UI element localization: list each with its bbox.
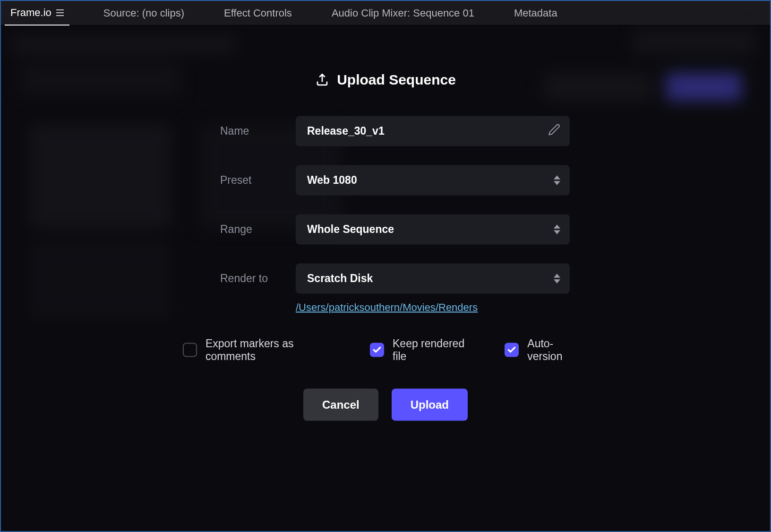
checkbox-box bbox=[183, 343, 197, 357]
checkbox-box bbox=[505, 343, 519, 357]
pencil-icon[interactable] bbox=[548, 123, 560, 138]
name-label: Name bbox=[201, 125, 296, 137]
form-row-name: Name Release_30_v1 bbox=[201, 116, 570, 146]
checkbox-box bbox=[370, 343, 384, 357]
tab-frameio[interactable]: Frame.io bbox=[5, 1, 69, 26]
panel-body: Upload Sequence Name Release_30_v1 Prese… bbox=[1, 26, 770, 531]
cancel-button[interactable]: Cancel bbox=[303, 388, 378, 420]
tab-source[interactable]: Source: (no clips) bbox=[98, 1, 190, 25]
range-value: Whole Sequence bbox=[307, 223, 394, 236]
checkbox-label: Export markers as comments bbox=[206, 337, 346, 362]
checkbox-row: Export markers as comments Keep rendered… bbox=[183, 337, 588, 362]
range-label: Range bbox=[201, 223, 296, 236]
checkbox-label: Auto-version bbox=[527, 337, 588, 362]
export-markers-checkbox[interactable]: Export markers as comments bbox=[183, 337, 346, 362]
stepper-arrows-icon[interactable] bbox=[554, 224, 560, 234]
button-row: Cancel Upload bbox=[303, 388, 468, 420]
name-value: Release_30_v1 bbox=[307, 125, 385, 137]
render-to-label: Render to bbox=[201, 272, 296, 285]
svg-marker-1 bbox=[554, 175, 560, 179]
upload-sequence-modal: Upload Sequence Name Release_30_v1 Prese… bbox=[201, 15, 570, 420]
render-to-select[interactable]: Scratch Disk bbox=[296, 263, 570, 293]
preset-select[interactable]: Web 1080 bbox=[296, 165, 570, 195]
render-to-value: Scratch Disk bbox=[307, 272, 373, 285]
upload-button[interactable]: Upload bbox=[392, 388, 468, 420]
name-input[interactable]: Release_30_v1 bbox=[296, 116, 570, 146]
svg-marker-6 bbox=[554, 279, 560, 283]
svg-marker-4 bbox=[554, 230, 560, 234]
tab-label: Source: (no clips) bbox=[103, 7, 184, 19]
tab-label: Frame.io bbox=[10, 7, 51, 19]
svg-marker-3 bbox=[554, 224, 560, 228]
stepper-arrows-icon[interactable] bbox=[554, 273, 560, 283]
preset-value: Web 1080 bbox=[307, 174, 357, 187]
form-row-render-to: Render to Scratch Disk bbox=[201, 263, 570, 293]
svg-marker-5 bbox=[554, 274, 560, 277]
modal-title: Upload Sequence bbox=[337, 71, 456, 87]
render-path-link[interactable]: /Users/patricksouthern/Movies/Renders bbox=[296, 301, 478, 313]
panel-menu-icon[interactable] bbox=[56, 9, 64, 16]
upload-icon bbox=[315, 72, 329, 86]
svg-marker-2 bbox=[554, 181, 560, 185]
stepper-arrows-icon[interactable] bbox=[554, 175, 560, 185]
auto-version-checkbox[interactable]: Auto-version bbox=[505, 337, 588, 362]
range-select[interactable]: Whole Sequence bbox=[296, 214, 570, 244]
checkbox-label: Keep rendered file bbox=[393, 337, 481, 362]
preset-label: Preset bbox=[201, 174, 296, 187]
form-row-preset: Preset Web 1080 bbox=[201, 165, 570, 195]
keep-rendered-checkbox[interactable]: Keep rendered file bbox=[370, 337, 481, 362]
form-row-range: Range Whole Sequence bbox=[201, 214, 570, 244]
modal-header: Upload Sequence bbox=[315, 71, 456, 87]
